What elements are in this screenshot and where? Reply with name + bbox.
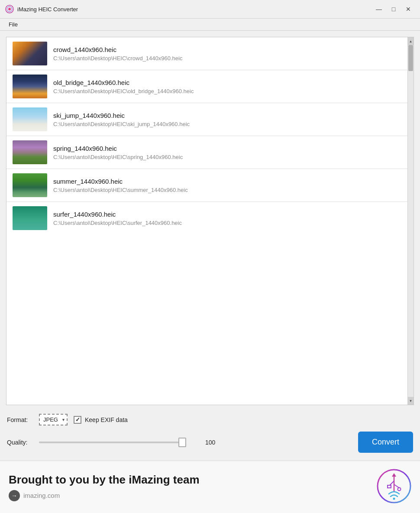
svg-point-10 <box>393 498 395 500</box>
footer-link-row: → imazing.com <box>9 490 200 501</box>
menu-file[interactable]: File <box>5 20 21 29</box>
file-list-container: crowd_1440x960.heicC:\Users\antoi\Deskto… <box>6 37 414 405</box>
file-name-crowd: crowd_1440x960.heic <box>53 46 182 53</box>
file-thumbnail-summer <box>13 173 47 197</box>
file-info-summer: summer_1440x960.heicC:\Users\antoi\Deskt… <box>53 178 188 193</box>
main-content: crowd_1440x960.heicC:\Users\antoi\Deskto… <box>0 31 420 461</box>
title-bar: iMazing HEIC Converter — □ ✕ <box>0 0 420 19</box>
menu-bar: File <box>0 19 420 31</box>
exif-checkbox[interactable]: ✓ <box>74 416 81 424</box>
file-item-surfer[interactable]: surfer_1440x960.heicC:\Users\antoi\Deskt… <box>6 202 407 234</box>
file-thumbnail-old_bridge <box>13 75 47 98</box>
app-icon <box>5 5 14 13</box>
file-name-ski_jump: ski_jump_1440x960.heic <box>53 112 190 119</box>
quality-label: Quality: <box>7 439 33 446</box>
quality-row: Quality: 100 Convert <box>7 432 413 453</box>
file-path-summer: C:\Users\antoi\Desktop\HEIC\summer_1440x… <box>53 187 188 193</box>
title-bar-left: iMazing HEIC Converter <box>5 5 78 13</box>
footer: Brought to you by the iMazing team → ima… <box>0 461 420 513</box>
file-item-crowd[interactable]: crowd_1440x960.heicC:\Users\antoi\Deskto… <box>6 37 407 70</box>
format-row: Format: JPEG PNG TIFF ✓ Keep EXIF data <box>7 412 413 427</box>
footer-link-icon[interactable]: → <box>9 490 20 501</box>
imazing-logo <box>377 469 411 503</box>
file-info-spring: spring_1440x960.heicC:\Users\antoi\Deskt… <box>53 145 183 160</box>
scrollbar-thumb-area <box>408 45 414 397</box>
arrow-icon: → <box>11 492 17 499</box>
footer-logo-area <box>377 469 411 505</box>
file-path-spring: C:\Users\antoi\Desktop\HEIC\spring_1440x… <box>53 154 183 160</box>
file-path-ski_jump: C:\Users\antoi\Desktop\HEIC\ski_jump_144… <box>53 121 190 127</box>
svg-point-9 <box>398 488 401 491</box>
exif-label: Keep EXIF data <box>85 416 128 423</box>
file-item-spring[interactable]: spring_1440x960.heicC:\Users\antoi\Deskt… <box>6 136 407 169</box>
scroll-down-button[interactable]: ▼ <box>408 397 414 405</box>
scrollbar-track[interactable]: ▲ ▼ <box>407 37 414 405</box>
window-title: iMazing HEIC Converter <box>17 6 78 13</box>
file-name-spring: spring_1440x960.heic <box>53 145 183 152</box>
format-wrapper: JPEG PNG TIFF <box>39 414 68 425</box>
file-info-ski_jump: ski_jump_1440x960.heicC:\Users\antoi\Des… <box>53 112 190 127</box>
footer-promo-text: Brought to you by the iMazing team <box>9 473 200 487</box>
file-thumbnail-surfer <box>13 206 47 230</box>
format-select[interactable]: JPEG PNG TIFF <box>39 414 68 425</box>
file-name-summer: summer_1440x960.heic <box>53 178 188 185</box>
file-info-surfer: surfer_1440x960.heicC:\Users\antoi\Deskt… <box>53 211 182 226</box>
footer-link-text[interactable]: imazing.com <box>23 492 60 499</box>
format-label: Format: <box>7 416 33 423</box>
svg-rect-7 <box>388 485 391 488</box>
file-thumbnail-crowd <box>13 42 47 65</box>
file-item-summer[interactable]: summer_1440x960.heicC:\Users\antoi\Deskt… <box>6 169 407 202</box>
file-name-surfer: surfer_1440x960.heic <box>53 211 182 218</box>
file-path-crowd: C:\Users\antoi\Desktop\HEIC\crowd_1440x9… <box>53 55 182 62</box>
svg-line-6 <box>390 481 394 485</box>
svg-point-2 <box>8 8 11 10</box>
file-thumbnail-spring <box>13 140 47 164</box>
file-name-old_bridge: old_bridge_1440x960.heic <box>53 79 194 86</box>
svg-marker-5 <box>392 473 396 477</box>
footer-left: Brought to you by the iMazing team → ima… <box>9 473 200 501</box>
exif-checkbox-wrapper: ✓ Keep EXIF data <box>74 416 128 424</box>
file-list: crowd_1440x960.heicC:\Users\antoi\Deskto… <box>6 37 407 405</box>
file-item-old_bridge[interactable]: old_bridge_1440x960.heicC:\Users\antoi\D… <box>6 70 407 103</box>
checkbox-check-mark: ✓ <box>75 416 80 423</box>
window-controls: — □ ✕ <box>372 3 415 15</box>
quality-slider[interactable] <box>39 442 186 443</box>
file-item-ski_jump[interactable]: ski_jump_1440x960.heicC:\Users\antoi\Des… <box>6 103 407 136</box>
scrollbar-thumb[interactable] <box>408 45 413 71</box>
file-thumbnail-ski_jump <box>13 107 47 131</box>
file-info-crowd: crowd_1440x960.heicC:\Users\antoi\Deskto… <box>53 46 182 62</box>
file-path-old_bridge: C:\Users\antoi\Desktop\HEIC\old_bridge_1… <box>53 88 194 94</box>
quality-slider-wrapper <box>39 442 199 443</box>
close-button[interactable]: ✕ <box>402 3 415 15</box>
convert-button[interactable]: Convert <box>358 432 413 453</box>
file-path-surfer: C:\Users\antoi\Desktop\HEIC\surfer_1440x… <box>53 220 182 226</box>
maximize-button[interactable]: □ <box>387 3 400 15</box>
scroll-up-button[interactable]: ▲ <box>408 37 414 45</box>
svg-line-8 <box>394 484 399 488</box>
minimize-button[interactable]: — <box>372 3 385 15</box>
quality-value: 100 <box>205 439 223 446</box>
file-info-old_bridge: old_bridge_1440x960.heicC:\Users\antoi\D… <box>53 79 194 94</box>
